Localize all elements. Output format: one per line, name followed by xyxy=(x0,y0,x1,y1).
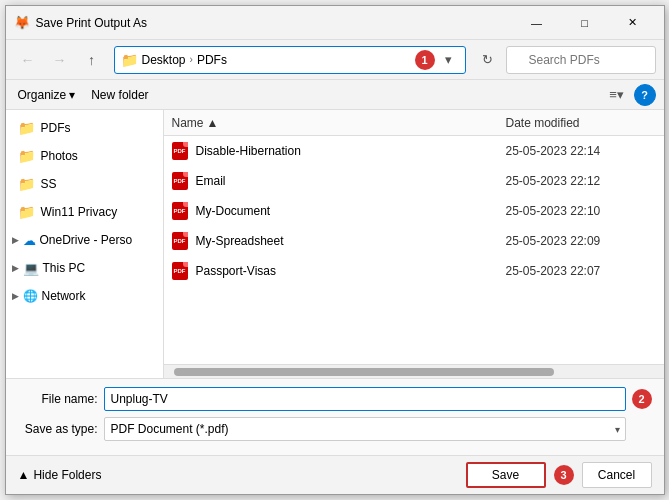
cloud-icon: ☁ xyxy=(23,233,36,248)
main-content: 📁 PDFs 📁 Photos 📁 SS 📁 Win11 Privacy ▶ ☁… xyxy=(6,110,664,378)
sidebar-item-label: Photos xyxy=(41,149,78,163)
file-name: Email xyxy=(196,174,506,188)
sidebar-item-thispc[interactable]: ▶ 💻 This PC xyxy=(6,254,163,282)
horizontal-scrollbar[interactable] xyxy=(164,364,664,378)
view-icon: ≡ xyxy=(609,87,617,102)
hide-folders-label: Hide Folders xyxy=(33,468,101,482)
save-dialog: 🦊 Save Print Output As — □ ✕ ← → ↑ 📁 Des… xyxy=(5,5,665,495)
organize-chevron-icon: ▾ xyxy=(69,88,75,102)
search-input[interactable] xyxy=(506,46,656,74)
expand-icon: ▶ xyxy=(12,263,19,273)
pdf-file-icon: PDF xyxy=(172,262,190,280)
address-folder-icon: 📁 xyxy=(121,52,138,68)
sidebar-item-ss[interactable]: 📁 SS xyxy=(6,170,163,198)
sidebar-item-network[interactable]: ▶ 🌐 Network xyxy=(6,282,163,310)
file-list-header: Name ▲ Date modified xyxy=(164,110,664,136)
pdf-icon: PDF xyxy=(172,172,188,190)
address-dropdown-button[interactable]: ▾ xyxy=(439,47,459,73)
title-bar: 🦊 Save Print Output As — □ ✕ xyxy=(6,6,664,40)
organize-label: Organize xyxy=(18,88,67,102)
folder-icon: 📁 xyxy=(18,120,35,136)
badge-3: 3 xyxy=(554,465,574,485)
file-list: PDFDisable-Hibernation25-05-2023 22:14PD… xyxy=(164,136,664,364)
pdf-icon: PDF xyxy=(172,232,188,250)
sidebar-item-photos[interactable]: 📁 Photos xyxy=(6,142,163,170)
forward-button[interactable]: → xyxy=(46,46,74,74)
col-date-header: Date modified xyxy=(506,116,656,130)
savetype-select-wrapper: PDF Document (*.pdf) ▾ xyxy=(104,417,626,441)
sidebar-item-label: SS xyxy=(41,177,57,191)
sidebar-item-onedrive[interactable]: ▶ ☁ OneDrive - Perso xyxy=(6,226,163,254)
filename-label: File name: xyxy=(18,392,98,406)
file-date: 25-05-2023 22:10 xyxy=(506,204,656,218)
pdf-file-icon: PDF xyxy=(172,202,190,220)
sidebar-item-label: PDFs xyxy=(41,121,71,135)
table-row[interactable]: PDFMy-Spreadsheet25-05-2023 22:09 xyxy=(164,226,664,256)
folder-icon: 📁 xyxy=(18,176,35,192)
view-arrow-icon: ▾ xyxy=(617,87,624,102)
file-date: 25-05-2023 22:12 xyxy=(506,174,656,188)
expand-icon: ▶ xyxy=(12,291,19,301)
scroll-thumb xyxy=(174,368,554,376)
table-row[interactable]: PDFDisable-Hibernation25-05-2023 22:14 xyxy=(164,136,664,166)
file-area: Name ▲ Date modified PDFDisable-Hibernat… xyxy=(164,110,664,378)
network-icon: 🌐 xyxy=(23,289,38,303)
folder-icon: 📁 xyxy=(18,204,35,220)
nav-toolbar: ← → ↑ 📁 Desktop › PDFs 1 ▾ ↻ 🔍 xyxy=(6,40,664,80)
file-name: Passport-Visas xyxy=(196,264,506,278)
search-wrapper: 🔍 xyxy=(506,46,656,74)
hide-folders-arrow-icon: ▲ xyxy=(18,468,30,482)
table-row[interactable]: PDFEmail25-05-2023 22:12 xyxy=(164,166,664,196)
path-part1: Desktop xyxy=(142,53,186,67)
table-row[interactable]: PDFPassport-Visas25-05-2023 22:07 xyxy=(164,256,664,286)
maximize-button[interactable]: □ xyxy=(562,9,608,37)
dialog-title: Save Print Output As xyxy=(36,16,514,30)
refresh-button[interactable]: ↻ xyxy=(474,46,502,74)
pdf-icon: PDF xyxy=(172,202,188,220)
organize-toolbar: Organize ▾ New folder ≡ ▾ ? xyxy=(6,80,664,110)
sidebar-item-pdfs[interactable]: 📁 PDFs xyxy=(6,114,163,142)
sidebar-item-win11privacy[interactable]: 📁 Win11 Privacy xyxy=(6,198,163,226)
window-controls: — □ ✕ xyxy=(514,9,656,37)
file-date: 25-05-2023 22:07 xyxy=(506,264,656,278)
pdf-file-icon: PDF xyxy=(172,142,190,160)
badge-1: 1 xyxy=(415,50,435,70)
file-date: 25-05-2023 22:14 xyxy=(506,144,656,158)
app-icon: 🦊 xyxy=(14,15,30,31)
expand-icon: ▶ xyxy=(12,235,19,245)
close-button[interactable]: ✕ xyxy=(610,9,656,37)
sidebar-item-label: This PC xyxy=(43,261,86,275)
pc-icon: 💻 xyxy=(23,261,39,276)
file-name: Disable-Hibernation xyxy=(196,144,506,158)
help-button[interactable]: ? xyxy=(634,84,656,106)
pdf-icon: PDF xyxy=(172,142,188,160)
bottom-form: File name: 2 Save as type: PDF Document … xyxy=(6,378,664,455)
hide-folders-button[interactable]: ▲ Hide Folders xyxy=(18,468,102,482)
toolbar2-right: ≡ ▾ ? xyxy=(604,83,656,107)
sidebar-item-label: OneDrive - Perso xyxy=(40,233,133,247)
pdf-file-icon: PDF xyxy=(172,172,190,190)
back-button[interactable]: ← xyxy=(14,46,42,74)
table-row[interactable]: PDFMy-Document25-05-2023 22:10 xyxy=(164,196,664,226)
pdf-file-icon: PDF xyxy=(172,232,190,250)
address-path: Desktop › PDFs xyxy=(142,53,227,67)
new-folder-button[interactable]: New folder xyxy=(87,83,152,107)
up-button[interactable]: ↑ xyxy=(78,46,106,74)
sidebar: 📁 PDFs 📁 Photos 📁 SS 📁 Win11 Privacy ▶ ☁… xyxy=(6,110,164,378)
savetype-label: Save as type: xyxy=(18,422,98,436)
folder-icon: 📁 xyxy=(18,148,35,164)
footer: ▲ Hide Folders Save 3 Cancel xyxy=(6,455,664,494)
savetype-select[interactable]: PDF Document (*.pdf) xyxy=(104,417,626,441)
file-name: My-Spreadsheet xyxy=(196,234,506,248)
filename-input[interactable] xyxy=(104,387,626,411)
path-part2: PDFs xyxy=(197,53,227,67)
address-bar[interactable]: 📁 Desktop › PDFs 1 ▾ xyxy=(114,46,466,74)
cancel-button[interactable]: Cancel xyxy=(582,462,652,488)
col-name-header: Name ▲ xyxy=(172,116,506,130)
filename-row: File name: 2 xyxy=(18,387,652,411)
save-label: Save xyxy=(492,468,519,482)
organize-button[interactable]: Organize ▾ xyxy=(14,83,80,107)
save-button[interactable]: Save xyxy=(466,462,546,488)
minimize-button[interactable]: — xyxy=(514,9,560,37)
view-button[interactable]: ≡ ▾ xyxy=(604,83,630,107)
